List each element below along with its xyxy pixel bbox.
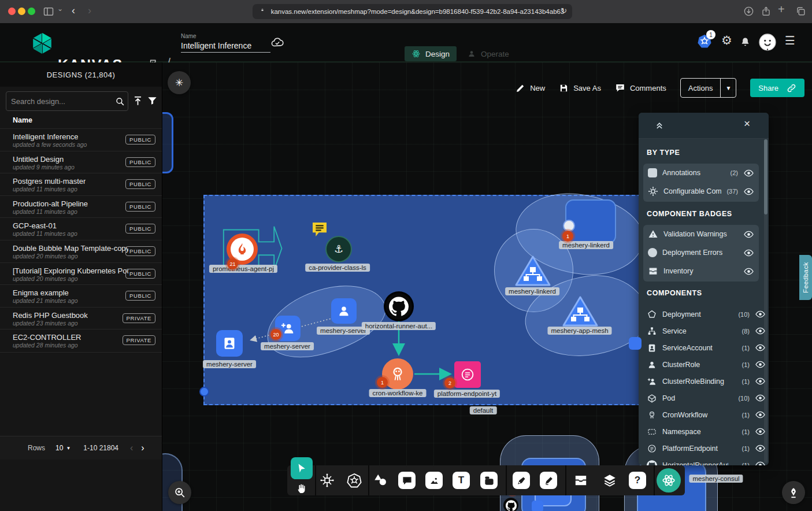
app-header: KANVAS / Name Intelligent Inference Desi…	[0, 23, 812, 63]
reload-icon[interactable]: ↻	[561, 6, 567, 15]
share-button[interactable]: Share	[750, 79, 804, 97]
address-bar[interactable]: kanvas.new/extension/meshmap?mode=design…	[253, 4, 572, 19]
rows-per-page-select[interactable]: 10	[55, 444, 63, 452]
design-list-item[interactable]: [Tutorial] Exploring Kubernetes Pod upda…	[0, 262, 162, 286]
sticky-note-tool[interactable]	[480, 472, 498, 489]
column-header-name[interactable]: Name	[13, 116, 32, 124]
design-list-item[interactable]: Intelligent Inference updated a few seco…	[0, 128, 162, 151]
crd-mini-icon	[563, 220, 575, 232]
clusterrole-icon	[336, 303, 351, 319]
actions-split-button[interactable]: Actions ▼	[680, 78, 737, 98]
layers-tool[interactable]	[602, 473, 617, 488]
visibility-badge: PUBLIC	[125, 246, 155, 256]
image-tool[interactable]	[425, 472, 443, 489]
meshery-extension-button[interactable]	[657, 468, 681, 493]
shapes-tool[interactable]	[373, 473, 388, 488]
canvas-action-bar: New Save As Comments Actions ▼ Share	[516, 78, 804, 98]
design-canvas[interactable]: 21 prometheus-agent-pj ⚓ ca-provider-cla…	[162, 62, 812, 511]
node-meshery-app-mesh[interactable]	[560, 294, 600, 329]
mesh-components-tool[interactable]	[320, 473, 335, 488]
dock-toolbar: T ?	[287, 465, 685, 495]
hamburger-menu-icon[interactable]: ☰	[785, 34, 795, 47]
kanvas-logo-icon[interactable]	[31, 32, 53, 54]
error-badge[interactable]: 1	[562, 231, 573, 242]
node-platform-endpoint[interactable]	[454, 361, 481, 388]
design-list-item[interactable]: Postgres multi-master updated 11 minutes…	[0, 173, 162, 196]
node-label: ca-provider-class-ls	[305, 264, 370, 272]
rows-select-caret[interactable]: ▼	[66, 446, 71, 451]
error-badge[interactable]: 21	[227, 258, 238, 269]
node-meshery-server-serviceaccount[interactable]	[216, 330, 243, 357]
search-design-field[interactable]	[6, 91, 128, 111]
prev-page-button[interactable]: ‹	[130, 443, 133, 453]
design-name-input[interactable]: Intelligent Inference	[181, 41, 270, 53]
error-badge[interactable]: 2	[444, 377, 455, 388]
tab-operate[interactable]: Operate	[460, 46, 516, 61]
edge-annotation-tool[interactable]	[513, 472, 530, 489]
next-page-button[interactable]: ›	[141, 443, 144, 453]
floppy-icon	[559, 83, 569, 93]
design-list-item[interactable]: Production-alt Pipeline updated 11 minut…	[0, 195, 162, 219]
kubernetes-components-tool[interactable]	[347, 473, 362, 488]
design-list-item[interactable]: GCP-east-01 updated 11 minutes ago PUBLI…	[0, 217, 162, 240]
design-updated: updated 9 minutes ago	[13, 164, 75, 171]
environment-button[interactable]: 1	[697, 34, 712, 49]
search-input[interactable]	[6, 97, 114, 106]
design-updated: updated 11 minutes ago	[13, 186, 77, 192]
design-name: EC2-CONTROLLER	[13, 333, 81, 342]
name-field-label: Name	[181, 33, 196, 39]
node-horizontal-runner[interactable]	[385, 293, 412, 320]
text-tool[interactable]: T	[453, 472, 470, 489]
forward-button[interactable]: ›	[88, 5, 91, 17]
inventory-drawer-tool[interactable]	[573, 473, 588, 488]
comments-button[interactable]: Comments	[615, 83, 666, 93]
tab-overview-icon[interactable]	[795, 6, 806, 17]
settings-gear-icon[interactable]: ⚙	[721, 34, 732, 47]
error-badge[interactable]: 1	[377, 377, 388, 388]
sidebar-toggle-icon[interactable]	[43, 6, 54, 17]
close-window-button[interactable]	[8, 8, 16, 15]
help-tool[interactable]: ?	[629, 472, 646, 489]
save-as-button[interactable]: Save As	[559, 83, 601, 93]
node-meshery-linkerd-service[interactable]	[513, 253, 553, 289]
design-list-item[interactable]: Double Bubble Map Template-copy updated …	[0, 240, 162, 263]
comment-tool[interactable]	[398, 472, 416, 489]
rows-label: Rows	[28, 444, 45, 452]
chevron-down-icon[interactable]: ⌄	[57, 5, 63, 13]
actions-dropdown-caret[interactable]: ▼	[720, 79, 736, 97]
design-list-item[interactable]: EC2-CONTROLLER updated 28 minutes ago PR…	[0, 329, 162, 353]
design-list-item[interactable]: Redis PHP Guestbook updated 23 minutes a…	[0, 307, 162, 330]
design-name: Intelligent Inference	[13, 132, 78, 141]
tab-design[interactable]: Design	[405, 46, 457, 61]
notifications-bell-icon[interactable]	[740, 36, 751, 47]
node-ca-provider[interactable]: ⚓	[325, 236, 352, 262]
select-tool[interactable]	[291, 457, 313, 479]
error-badge[interactable]: 20	[270, 329, 281, 340]
new-tab-icon[interactable]: +	[778, 3, 785, 16]
selection-handle[interactable]	[199, 387, 209, 397]
design-mode-icon	[411, 49, 421, 58]
toolbar-divider	[368, 465, 369, 495]
github-icon	[389, 297, 409, 316]
annotation-comment-icon[interactable]	[310, 220, 329, 239]
import-design-icon[interactable]	[132, 95, 143, 106]
visibility-badge: PRIVATE	[123, 335, 155, 345]
toolbar-divider	[565, 465, 566, 495]
downloads-icon[interactable]	[743, 6, 754, 17]
pen-mode-button[interactable]	[782, 481, 805, 504]
design-list-item[interactable]: Enigma example updated 21 minutes ago PU…	[0, 284, 162, 308]
pan-tool[interactable]	[296, 483, 307, 494]
new-button[interactable]: New	[516, 83, 545, 93]
share-icon[interactable]	[761, 6, 772, 17]
back-button[interactable]: ‹	[72, 5, 75, 17]
minimize-window-button[interactable]	[18, 8, 25, 15]
fullscreen-window-button[interactable]	[28, 8, 35, 15]
zoom-in-button[interactable]	[168, 481, 191, 504]
node-meshery-server-clusterrole[interactable]	[331, 298, 357, 324]
freehand-draw-tool[interactable]	[540, 472, 557, 489]
designs-panel-title: DESIGNS (21,804)	[0, 62, 162, 87]
image-icon	[429, 475, 440, 486]
user-avatar[interactable]	[758, 33, 777, 51]
design-list-item[interactable]: Untitled Design updated 9 minutes ago PU…	[0, 151, 162, 174]
filter-icon[interactable]	[147, 95, 158, 106]
